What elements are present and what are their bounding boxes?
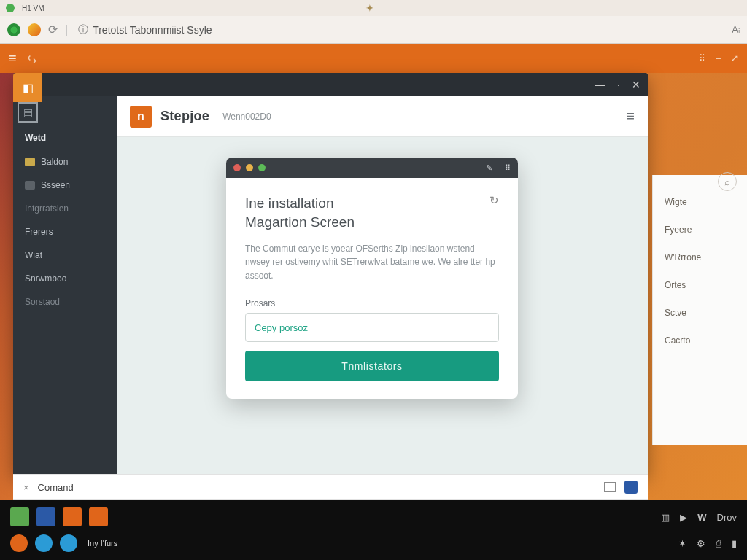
os-menubar: H1 VM ✦ [0,0,747,16]
right-panel-item-2[interactable]: W'Rrrone [665,244,735,271]
content-header: n Stepjoe Wenn002D0 ≡ [117,96,648,137]
sidebar-item-label: Frerers [25,227,53,237]
toolbar-right-3[interactable]: ⤢ [731,53,738,63]
modal-titlebar[interactable]: ✎ ⠿ [226,158,518,178]
sidebar-item-label: Baldon [41,157,68,167]
taskbar: ▥ ▶ W Drov Iny I'furs ✶ ⚙ ⎙ ▮ [0,500,747,560]
sidebar-item-label: Sorstaod [25,297,60,307]
process-input[interactable] [245,313,499,342]
command-window-icon[interactable] [604,482,616,492]
browser-icon-1[interactable] [7,23,20,36]
traffic-light-close[interactable] [233,164,241,171]
modal-description: The Commut earye is yoear OFSerths Zip i… [245,242,499,283]
sidebar-item-label: Wiat [25,250,42,260]
document-icon[interactable]: ▤ [18,102,38,122]
app-orange-toolbar: ≡ ⇆ ⠿ – ⤢ [0,44,747,73]
expand-icon[interactable]: ⠿ [505,163,511,173]
sidebar-item-0[interactable]: Baldon [13,150,117,174]
task-circle-2[interactable] [60,534,77,552]
toolbar-glyph[interactable]: ⇆ [27,52,36,66]
app-window: ◧ ▤ — · ✕ Wetd Baldon Ssseen Intgrratsie… [13,73,648,474]
install-button[interactable]: Tnmlistators [245,351,499,381]
taskbar-right-label: Drov [717,512,737,523]
toolbar-right-1[interactable]: ⠿ [699,53,705,63]
sidebar-item-3[interactable]: Frerers [13,220,117,244]
modal-title-line2: Magartion Screen [245,214,499,230]
window-titlebar: — · ✕ [13,73,648,96]
task-circle-0[interactable] [10,534,28,552]
sidebar-item-2[interactable]: Intgrratsien [13,197,117,220]
sidebar-heading: Wetd [13,128,117,150]
edit-icon[interactable]: ✎ [486,163,492,173]
installation-modal: ✎ ⠿ ↻ Ine installation Magartion Screen … [226,158,518,399]
lock-icon: ⓘ [78,23,88,36]
window-close-button[interactable]: ✕ [632,79,640,90]
window-maximize-button[interactable]: · [617,79,620,90]
sidebar-item-6[interactable]: Sorstaod [13,290,117,314]
task-tile-0[interactable] [10,508,29,526]
right-panel-item-0[interactable]: Wigte [665,188,735,216]
brand-subtitle: Wenn002D0 [222,112,271,122]
task-tile-3[interactable] [89,508,108,526]
window-minimize-button[interactable]: — [595,79,605,90]
bird-icon: ✦ [365,2,374,14]
sidebar: Wetd Baldon Ssseen Intgrratsien Frerers … [13,96,117,474]
os-menubar-label: H1 VM [22,4,44,12]
command-close-icon[interactable]: × [23,482,29,493]
hamburger-icon[interactable]: ≡ [9,51,17,66]
right-panel-item-4[interactable]: Sctve [665,299,735,327]
tray-icon-3[interactable]: ⎙ [716,538,721,549]
command-user-icon[interactable] [624,481,638,494]
search-icon[interactable]: ⌕ [718,172,737,191]
reload-icon[interactable]: ↻ [489,194,499,207]
content-area: n Stepjoe Wenn002D0 ≡ ✎ ⠿ [117,96,648,474]
modal-field-label: Prosars [245,298,499,308]
reload-icon[interactable]: ⟳ [48,23,58,36]
browser-toolbar: ⟳ | ⓘ Tretotst Tabonnmiist Ssyle Aᵢ [0,16,747,44]
chart-icon[interactable]: ▥ [661,512,670,523]
traffic-light-max[interactable] [258,164,266,171]
url-display[interactable]: ⓘ Tretotst Tabonnmiist Ssyle [78,23,212,36]
sidebar-item-1[interactable]: Ssseen [13,174,117,197]
os-status-dot [6,4,15,12]
toolbar-right-2[interactable]: – [716,53,721,63]
task-tile-1[interactable] [36,508,55,526]
right-panel: ⌕ Wigte Fyeere W'Rrrone Ortes Sctve Cacr… [652,175,747,445]
tray-icon-1[interactable]: ✶ [678,538,686,549]
sidebar-item-4[interactable]: Wiat [13,244,117,267]
separator: | [65,23,68,36]
command-bar: × Comand [13,474,648,500]
task-tile-2[interactable] [63,508,82,526]
browser-icon-2[interactable] [28,23,41,36]
right-panel-item-1[interactable]: Fyeere [665,216,735,244]
browser-right-glyph[interactable]: Aᵢ [732,24,740,35]
sidebar-item-label: Snrwmboo [25,273,66,284]
right-panel-item-5[interactable]: Cacrto [665,327,735,354]
brand-badge: n [130,106,152,128]
sidebar-item-5[interactable]: Snrwmboo [13,267,117,290]
command-label: Comand [38,482,74,493]
tray-icon-2[interactable]: ⚙ [697,538,705,549]
right-panel-item-3[interactable]: Ortes [665,271,735,299]
modal-title-line1: Ine installation [245,194,499,213]
sidebar-item-label: Intgrratsien [25,203,69,214]
brand-name: Stepjoe [160,109,209,124]
traffic-light-min[interactable] [246,164,253,171]
url-text: Tretotst Tabonnmiist Ssyle [93,24,212,36]
task-circle-1[interactable] [35,534,53,552]
sidebar-item-label: Ssseen [41,180,70,190]
content-menu-icon[interactable]: ≡ [626,108,635,125]
desktop-background: H1 VM ✦ ⟳ | ⓘ Tretotst Tabonnmiist Ssyle… [0,0,747,560]
play-icon[interactable]: ▶ [680,512,687,523]
folder-icon [25,158,35,166]
tray-icon-4[interactable]: ▮ [732,538,737,549]
taskbar-tiles-label: Iny I'furs [88,539,117,548]
panel-icon [25,181,35,190]
app-logo-tile[interactable]: ◧ [13,73,42,102]
app-icon[interactable]: W [697,512,706,523]
